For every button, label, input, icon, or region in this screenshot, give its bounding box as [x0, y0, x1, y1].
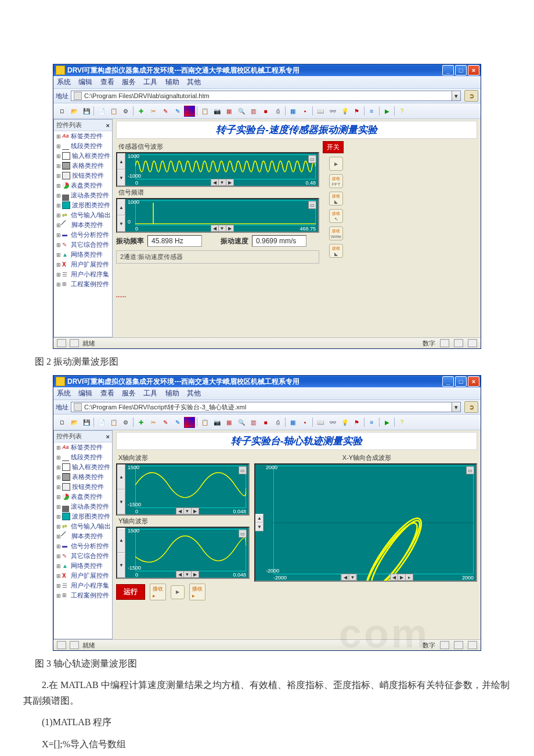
toolbar2-clipboard-icon[interactable]: 📋	[199, 417, 210, 428]
tree-item-io[interactable]: ⊞⇄信号输入/输出	[54, 210, 112, 220]
toolbar2-pen1-icon[interactable]: ✎	[160, 417, 171, 428]
side-fft-button[interactable]: 接收FFT	[329, 174, 343, 188]
tree-item-other[interactable]: ⊞✎其它综合控件	[54, 240, 112, 250]
scope1-y-down-icon[interactable]: ▼	[117, 170, 125, 186]
status-tray-icon2[interactable]	[454, 339, 463, 347]
toolbar2-help-icon[interactable]: ?	[396, 417, 407, 428]
close-button[interactable]: ×	[468, 65, 479, 75]
scopeXY-expand-icon[interactable]: ▭	[466, 466, 474, 474]
scope-x[interactable]: ▲▼ 1500 -1500 0 0.048 ▭ ◀▼▶	[116, 463, 250, 516]
toolbar-color-icon[interactable]	[184, 106, 195, 117]
tree2-other[interactable]: ⊞✎其它综合控件	[54, 551, 112, 561]
status2-icon2[interactable]	[70, 641, 79, 649]
tree2-net[interactable]: ⊞▲网络类控件	[54, 561, 112, 571]
toolbar2-pen2-icon[interactable]: ✎	[172, 417, 183, 428]
toolbar2-color-icon[interactable]	[184, 417, 195, 428]
tree2-wave[interactable]: ⊞波形图类控件	[54, 512, 112, 521]
toolbar2-cut-icon[interactable]: ✂	[147, 417, 158, 428]
side-recv2-button[interactable]: 接收➷	[329, 209, 343, 223]
tree2-case[interactable]: ⊞⊞工程案例控件	[54, 591, 112, 600]
tree2-ext[interactable]: ⊞X用户扩展控件	[54, 571, 112, 581]
menu2-service[interactable]: 服务	[122, 389, 136, 397]
scopeXY-x-controls[interactable]: ◀▼	[341, 574, 357, 581]
scopeX-down-icon[interactable]: ▼	[117, 489, 125, 514]
run-button[interactable]: 运行	[116, 584, 145, 600]
sidebar-close-icon[interactable]: ×	[106, 122, 110, 129]
scope2-x-controls[interactable]: ◀▼▶	[211, 225, 234, 232]
toolbar2-list-icon[interactable]: ≡	[366, 417, 377, 428]
scope-sensor-waveform[interactable]: ▲ ▼ 1000 -1000 0 0.48 ▭	[116, 152, 319, 187]
toolbar-pen1-icon[interactable]: ✎	[160, 106, 171, 117]
toolbar-new-icon[interactable]: 🗋	[56, 106, 67, 117]
address-input-2[interactable]: C:\Program Files\DRVI\script\转子实验台-3_轴心轨…	[71, 402, 452, 412]
toolbar-chart-icon[interactable]: ▥	[248, 106, 259, 117]
scopeXY-x-controls2[interactable]: ◀▶▸	[390, 574, 413, 581]
menu-other[interactable]: 其他	[187, 78, 201, 86]
pin-button-2[interactable]: 接收▸	[189, 584, 205, 600]
tree-item-table[interactable]: ⊞表格类控件	[54, 161, 112, 171]
toolbar2-settings-icon[interactable]: ⚙	[120, 417, 131, 428]
scope1-x-controls[interactable]: ◀▼▶	[211, 179, 234, 186]
status2-icon1[interactable]	[57, 641, 66, 649]
toolbar-book-icon[interactable]: 📖	[315, 106, 326, 117]
tree-item-script[interactable]: ⊞脚本类控件	[54, 220, 112, 230]
tree2-button[interactable]: ⊞按钮类控件	[54, 482, 112, 492]
tree-item-gauge[interactable]: ⊞表盘类控件	[54, 181, 112, 190]
menu-edit[interactable]: 编辑	[78, 78, 92, 86]
side-play-button[interactable]: ▶	[329, 157, 343, 171]
status-tray-icon3[interactable]	[468, 339, 477, 347]
toolbar-lamp-icon[interactable]: 💡	[339, 106, 350, 117]
tree2-gauge[interactable]: ⊞表盘类控件	[54, 492, 112, 502]
side-recv1-button[interactable]: 接收◣	[329, 192, 343, 206]
scope1-y-up-icon[interactable]: ▲	[117, 153, 125, 170]
scopeX-expand-icon[interactable]: ▭	[239, 466, 247, 474]
go-button[interactable]: ➲	[464, 90, 478, 102]
toolbar2-play-icon[interactable]: ▶	[381, 417, 392, 428]
grab-handle-icon[interactable]	[116, 293, 134, 301]
status-icon1[interactable]	[57, 339, 66, 347]
tree-item-input[interactable]: ⊞输入框类控件	[54, 151, 112, 161]
menu-system[interactable]: 系统	[57, 78, 71, 86]
toolbar-help-icon[interactable]: ?	[396, 106, 407, 117]
status2-tray-icon3[interactable]	[468, 641, 477, 649]
scope2-y-down-icon[interactable]: ▼	[117, 215, 125, 232]
toolbar-copy-icon[interactable]: 📄	[96, 106, 107, 117]
toolbar-clipboard-icon[interactable]: 📋	[199, 106, 210, 117]
scopeX-controls[interactable]: ◀▼▶	[176, 507, 199, 514]
menu-tools[interactable]: 工具	[143, 78, 157, 86]
toolbar-palette-icon[interactable]: ▪	[300, 106, 311, 117]
toolbar-print-icon[interactable]: ⎙	[272, 106, 283, 117]
tree2-io[interactable]: ⊞⇄信号输入/输出	[54, 521, 112, 531]
toolbar-stop-icon[interactable]: ■	[260, 106, 271, 117]
tree-item-analyze[interactable]: ⊞▬信号分析控件	[54, 230, 112, 240]
toolbar2-new-icon[interactable]: 🗋	[56, 417, 67, 428]
toolbar-settings-icon[interactable]: ⚙	[120, 106, 131, 117]
tree-item-button[interactable]: ⊞按钮类控件	[54, 171, 112, 181]
titlebar[interactable]: DRVI可重构虚拟仪器集成开发环境---西南交通大学峨眉校区机械工程系专用 _ …	[53, 64, 481, 76]
toolbar2-plus-icon[interactable]: ✚	[135, 417, 146, 428]
toolbar2-stop-icon[interactable]: ■	[260, 417, 271, 428]
scope-spectrum[interactable]: ▲ ▼ 1000 0 0 468.75	[116, 198, 319, 233]
tree2-script[interactable]: ⊞脚本类控件	[54, 531, 112, 541]
toolbar-flag-icon[interactable]: ⚑	[351, 106, 362, 117]
scopeXY-down-icon[interactable]: ▼	[255, 523, 264, 531]
toolbar2-save-icon[interactable]: 💾	[81, 417, 92, 428]
scope2-expand-icon[interactable]: ▭	[308, 201, 316, 209]
status-tray-icon1[interactable]	[440, 339, 449, 347]
menu2-system[interactable]: 系统	[57, 389, 71, 397]
toolbar-paste-icon[interactable]: 📋	[108, 106, 119, 117]
menu2-help[interactable]: 辅助	[165, 389, 179, 397]
address-dropdown-icon-2[interactable]: ▾	[452, 402, 461, 412]
tree-item-net[interactable]: ⊞▲网络类控件	[54, 250, 112, 260]
tree-item-line[interactable]: ⊞线段类控件	[54, 141, 112, 151]
toolbar2-open-icon[interactable]: 📂	[68, 417, 80, 428]
toolbar-chip-icon[interactable]: ▦	[223, 106, 234, 117]
scope-y[interactable]: ▲▼ 1500 -1500 0 0.048 ▭ ◀▼▶	[116, 527, 250, 579]
tree-item-slider[interactable]: ⊞滚动条类控件	[54, 190, 112, 200]
tree2-slider[interactable]: ⊞滚动条类控件	[54, 502, 112, 512]
toolbar-save-icon[interactable]: 💾	[81, 106, 92, 117]
toolbar-play-icon[interactable]: ▶	[381, 106, 392, 117]
maximize-button[interactable]: □	[455, 65, 467, 75]
tree-item-case[interactable]: ⊞⊞工程案例控件	[54, 279, 112, 289]
tree2-analyze[interactable]: ⊞▬信号分析控件	[54, 541, 112, 551]
